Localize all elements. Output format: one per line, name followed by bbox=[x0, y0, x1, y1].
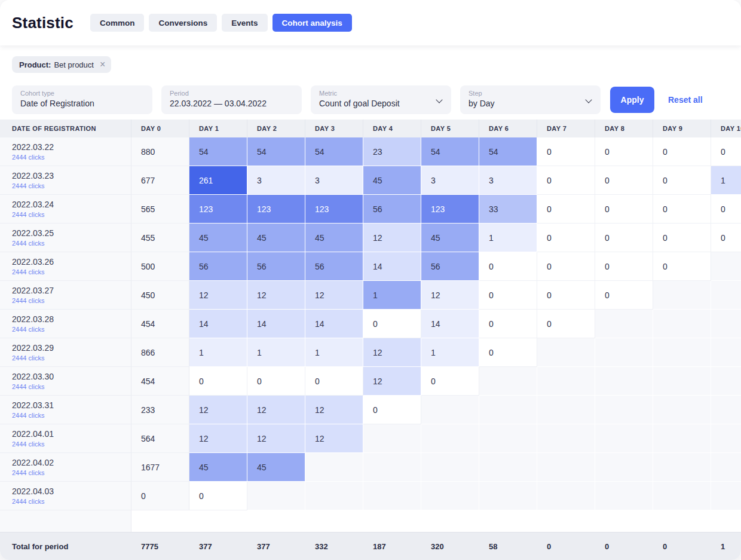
heat-cell bbox=[595, 482, 653, 510]
field-label: Step bbox=[469, 90, 592, 97]
heat-cell: 14 bbox=[247, 310, 305, 338]
field-value: by Day bbox=[469, 99, 592, 108]
cohort-clicks-link[interactable]: 2444 clicks bbox=[12, 354, 44, 362]
filter-controls: Cohort type Date of Registration Period … bbox=[0, 73, 741, 120]
heat-cell: 0 bbox=[653, 195, 711, 224]
heat-cell: 12 bbox=[189, 281, 247, 310]
table-row: 2022.03.26 2444 clicks 500 5656561456000… bbox=[0, 252, 741, 281]
date-cell: 2022.04.02 2444 clicks bbox=[0, 453, 131, 482]
heat-cell bbox=[479, 396, 537, 424]
heat-cell bbox=[595, 310, 653, 338]
heat-cell: 56 bbox=[247, 252, 305, 281]
heat-cell bbox=[711, 424, 741, 453]
heat-cell bbox=[711, 252, 741, 281]
heat-cell bbox=[479, 367, 537, 396]
date-cell: 2022.03.22 2444 clicks bbox=[0, 137, 131, 166]
heat-cell: 0 bbox=[247, 367, 305, 396]
cohort-date: 2022.03.28 bbox=[12, 314, 54, 324]
cohort-clicks-link[interactable]: 2444 clicks bbox=[12, 268, 44, 276]
cohort-clicks-link[interactable]: 2444 clicks bbox=[12, 498, 44, 505]
cohort-table: DATE OF REGISTRATION DAY 0DAY 1DAY 2DAY … bbox=[0, 120, 741, 532]
statistic-page: Statistic Common Conversions Events Coho… bbox=[0, 0, 741, 560]
tab-common[interactable]: Common bbox=[90, 14, 145, 32]
total-value: 320 bbox=[421, 542, 479, 551]
cohort-date: 2022.03.22 bbox=[12, 142, 54, 152]
field-value: 22.03.2022 — 03.04.2022 bbox=[170, 99, 293, 108]
table-row: 2022.03.23 2444 clicks 677 2613345330001 bbox=[0, 166, 741, 195]
cohort-clicks-link[interactable]: 2444 clicks bbox=[12, 240, 44, 247]
heat-cell: 1 bbox=[711, 166, 741, 195]
heat-cell bbox=[479, 424, 537, 453]
heat-cell: 12 bbox=[189, 424, 247, 453]
heat-cell: 12 bbox=[305, 396, 363, 424]
cohort-date: 2022.04.03 bbox=[12, 486, 54, 496]
heat-cell bbox=[653, 367, 711, 396]
day0-cell: 454 bbox=[131, 310, 189, 338]
heat-cell: 0 bbox=[595, 224, 653, 252]
column-header-day: DAY 9 bbox=[653, 120, 711, 137]
heat-cell: 0 bbox=[711, 195, 741, 224]
cohort-date: 2022.04.01 bbox=[12, 429, 54, 439]
day0-cell: 866 bbox=[131, 338, 189, 367]
cohort-clicks-link[interactable]: 2444 clicks bbox=[12, 154, 44, 161]
cohort-clicks-link[interactable]: 2444 clicks bbox=[12, 469, 44, 476]
table-row: 2022.03.27 2444 clicks 450 121212112000 bbox=[0, 281, 741, 310]
total-value: 377 bbox=[247, 542, 305, 551]
heat-cell bbox=[247, 482, 305, 510]
heat-cell: 0 bbox=[189, 367, 247, 396]
heat-cell: 23 bbox=[363, 137, 421, 166]
cohort-clicks-link[interactable]: 2444 clicks bbox=[12, 326, 44, 333]
heat-cell: 0 bbox=[421, 367, 479, 396]
cohort-type-field[interactable]: Cohort type Date of Registration bbox=[12, 85, 152, 114]
cohort-clicks-link[interactable]: 2444 clicks bbox=[12, 440, 44, 448]
date-cell: 2022.03.31 2444 clicks bbox=[0, 396, 131, 424]
apply-button[interactable]: Apply bbox=[610, 87, 654, 113]
page-title: Statistic bbox=[12, 14, 74, 32]
total-value: 1 bbox=[711, 542, 741, 551]
cohort-clicks-link[interactable]: 2444 clicks bbox=[12, 211, 44, 218]
step-select[interactable]: Step by Day bbox=[460, 85, 601, 114]
field-label: Metric bbox=[319, 90, 443, 97]
heat-cell bbox=[421, 424, 479, 453]
heat-cell: 0 bbox=[595, 281, 653, 310]
cohort-date: 2022.03.30 bbox=[12, 372, 54, 381]
app-header: Statistic Common Conversions Events Coho… bbox=[0, 0, 741, 45]
heat-cell: 12 bbox=[305, 281, 363, 310]
heat-cell bbox=[595, 424, 653, 453]
heat-cell bbox=[537, 396, 595, 424]
close-icon[interactable]: × bbox=[100, 60, 105, 69]
tab-events[interactable]: Events bbox=[222, 14, 267, 32]
date-cell: 2022.04.01 2444 clicks bbox=[0, 424, 131, 453]
period-field[interactable]: Period 22.03.2022 — 03.04.2022 bbox=[161, 85, 302, 114]
cohort-clicks-link[interactable]: 2444 clicks bbox=[12, 182, 44, 189]
heat-cell: 0 bbox=[595, 166, 653, 195]
heat-cell: 0 bbox=[363, 396, 421, 424]
heat-cell: 0 bbox=[653, 137, 711, 166]
heat-cell bbox=[653, 453, 711, 482]
cohort-clicks-link[interactable]: 2444 clicks bbox=[12, 383, 44, 390]
product-filter-chip[interactable]: Product: Bet product × bbox=[12, 56, 111, 73]
heat-cell bbox=[363, 453, 421, 482]
heat-cell bbox=[711, 482, 741, 510]
column-header-day: DAY 7 bbox=[537, 120, 595, 137]
cohort-clicks-link[interactable]: 2444 clicks bbox=[12, 412, 44, 419]
day0-cell: 677 bbox=[131, 166, 189, 195]
reset-all-link[interactable]: Reset all bbox=[668, 95, 703, 105]
date-cell: 2022.04.03 2444 clicks bbox=[0, 482, 131, 510]
column-header-date: DATE OF REGISTRATION bbox=[0, 120, 131, 137]
metric-select[interactable]: Metric Count of goal Deposit bbox=[311, 85, 451, 114]
heat-cell: 0 bbox=[537, 195, 595, 224]
total-value: 0 bbox=[595, 542, 653, 551]
heat-cell: 14 bbox=[421, 310, 479, 338]
heat-cell bbox=[711, 310, 741, 338]
heat-cell: 12 bbox=[247, 424, 305, 453]
cohort-clicks-link[interactable]: 2444 clicks bbox=[12, 297, 44, 304]
heat-cell bbox=[595, 453, 653, 482]
tab-conversions[interactable]: Conversions bbox=[149, 14, 217, 32]
heat-cell bbox=[363, 424, 421, 453]
column-header-day: DAY 4 bbox=[363, 120, 421, 137]
heat-cell: 0 bbox=[363, 310, 421, 338]
heat-cell: 0 bbox=[653, 224, 711, 252]
tab-cohort-analysis[interactable]: Cohort analysis bbox=[272, 14, 352, 32]
heat-cell bbox=[305, 453, 363, 482]
